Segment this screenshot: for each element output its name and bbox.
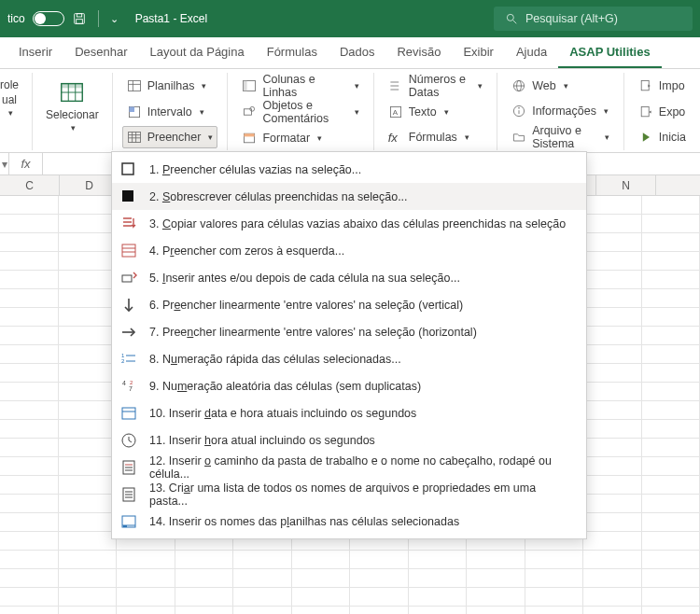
grid-cell[interactable] <box>0 327 59 345</box>
grid-cell[interactable] <box>642 252 701 271</box>
grid-cell[interactable] <box>59 569 118 588</box>
col-header[interactable]: C <box>0 175 60 195</box>
controle-visual-button[interactable]: role ual ▾ <box>0 75 19 118</box>
grid-cell[interactable] <box>642 457 701 476</box>
grid-cell[interactable] <box>642 569 701 588</box>
grid-cell[interactable] <box>350 607 409 614</box>
menu-item-8-quick-numbering[interactable]: 12 8. Numeração rápida das células selec… <box>112 345 586 372</box>
menu-item-2-overwrite-filled[interactable]: 2. Sobrescrever células preenchidas na s… <box>112 183 586 210</box>
grid-cell[interactable] <box>583 215 642 233</box>
grid-cell[interactable] <box>59 271 118 289</box>
grid-cell[interactable] <box>59 588 118 607</box>
grid-cell[interactable] <box>59 252 118 271</box>
grid-cell[interactable] <box>583 401 642 420</box>
grid-cell[interactable] <box>59 420 118 439</box>
grid-cell[interactable] <box>583 364 642 383</box>
tab-dados[interactable]: Dados <box>329 37 386 68</box>
grid-cell[interactable] <box>175 588 234 607</box>
menu-item-4-leading-zeros[interactable]: 4. Preencher com zeros à esquerda... <box>112 237 586 264</box>
grid-cell[interactable] <box>583 420 642 439</box>
selecionar-button[interactable]: Selecionar ▾ <box>46 75 99 133</box>
grid-cell[interactable] <box>59 196 118 215</box>
menu-item-11-insert-time[interactable]: 11. Inserir hora atual incluindo os segu… <box>112 426 586 454</box>
grid-cell[interactable] <box>642 196 701 215</box>
grid-cell[interactable] <box>292 588 351 607</box>
grid-cell[interactable] <box>59 327 118 345</box>
grid-cell[interactable] <box>0 308 59 327</box>
grid-cell[interactable] <box>642 420 701 439</box>
grid-cell[interactable] <box>292 569 351 588</box>
grid-cell[interactable] <box>0 271 59 289</box>
colunas-linhas-dropdown[interactable]: Colunas e Linhas▾ <box>237 75 363 97</box>
grid-cell[interactable] <box>59 476 118 495</box>
grid-cell[interactable] <box>0 439 59 457</box>
grid-cell[interactable] <box>0 551 59 569</box>
objetos-comentarios-dropdown[interactable]: Objetos e Comentários▾ <box>237 101 363 123</box>
grid-cell[interactable] <box>409 551 468 569</box>
grid-cell[interactable] <box>525 588 584 607</box>
tab-formulas[interactable]: Fórmulas <box>256 37 329 68</box>
grid-cell[interactable] <box>583 308 642 327</box>
grid-cell[interactable] <box>292 551 351 569</box>
arquivo-sistema-dropdown[interactable]: Arquivo e Sistema▾ <box>507 126 614 148</box>
grid-cell[interactable] <box>59 308 118 327</box>
search-box[interactable]: Pesquisar (Alt+G) <box>494 7 693 31</box>
autosave-toggle[interactable] <box>33 11 64 26</box>
grid-cell[interactable] <box>583 439 642 457</box>
grid-cell[interactable] <box>292 607 351 614</box>
tab-layout[interactable]: Layout da Página <box>139 37 256 68</box>
grid-cell[interactable] <box>0 401 59 420</box>
grid-cell[interactable] <box>59 457 118 476</box>
grid-cell[interactable] <box>0 215 59 233</box>
save-icon[interactable] <box>72 11 87 26</box>
grid-cell[interactable] <box>583 327 642 345</box>
grid-cell[interactable] <box>409 569 468 588</box>
grid-cell[interactable] <box>0 476 59 495</box>
grid-cell[interactable] <box>583 289 642 308</box>
web-dropdown[interactable]: Web▾ <box>507 75 614 97</box>
formulas-ribbon-dropdown[interactable]: fx Fórmulas▾ <box>384 127 487 149</box>
grid-row[interactable] <box>0 588 700 607</box>
grid-cell[interactable] <box>350 569 409 588</box>
grid-cell[interactable] <box>525 569 584 588</box>
numeros-datas-dropdown[interactable]: Números e Datas▾ <box>384 75 487 97</box>
intervalo-dropdown[interactable]: Intervalo▾ <box>122 101 218 123</box>
grid-cell[interactable] <box>525 607 584 614</box>
grid-row[interactable] <box>0 569 700 588</box>
grid-cell[interactable] <box>0 233 59 252</box>
grid-cell[interactable] <box>642 327 701 345</box>
grid-cell[interactable] <box>642 607 701 614</box>
grid-cell[interactable] <box>59 607 118 614</box>
grid-cell[interactable] <box>467 607 525 614</box>
fx-label[interactable]: fx <box>9 153 43 174</box>
grid-cell[interactable] <box>0 513 59 532</box>
grid-cell[interactable] <box>233 551 292 569</box>
grid-cell[interactable] <box>467 588 525 607</box>
grid-cell[interactable] <box>642 233 701 252</box>
grid-cell[interactable] <box>642 588 701 607</box>
grid-cell[interactable] <box>59 383 118 401</box>
menu-item-5-insert-before-after[interactable]: 5. Inserir antes e/ou depois de cada cél… <box>112 264 586 291</box>
tab-inserir[interactable]: Inserir <box>7 37 63 68</box>
importar-button[interactable]: Impo <box>634 75 691 97</box>
grid-cell[interactable] <box>583 607 642 614</box>
grid-cell[interactable] <box>117 607 175 614</box>
menu-item-13-list-files[interactable]: 13. Criar uma lista de todos os nomes de… <box>112 481 586 508</box>
grid-cell[interactable] <box>0 495 59 513</box>
tab-revisao[interactable]: Revisão <box>385 37 452 68</box>
grid-cell[interactable] <box>59 364 118 383</box>
grid-cell[interactable] <box>583 532 642 551</box>
informacoes-dropdown[interactable]: Informações▾ <box>507 101 614 123</box>
grid-cell[interactable] <box>0 569 59 588</box>
menu-item-12-insert-path[interactable]: 12. Inserir o caminho da pasta de trabal… <box>112 454 586 481</box>
grid-cell[interactable] <box>642 551 701 569</box>
grid-cell[interactable] <box>642 364 701 383</box>
grid-cell[interactable] <box>117 551 175 569</box>
preencher-dropdown[interactable]: Preencher▾ <box>122 126 218 148</box>
grid-cell[interactable] <box>117 569 175 588</box>
grid-cell[interactable] <box>409 607 468 614</box>
grid-cell[interactable] <box>583 495 642 513</box>
grid-cell[interactable] <box>175 607 234 614</box>
grid-cell[interactable] <box>642 532 701 551</box>
grid-cell[interactable] <box>59 495 118 513</box>
